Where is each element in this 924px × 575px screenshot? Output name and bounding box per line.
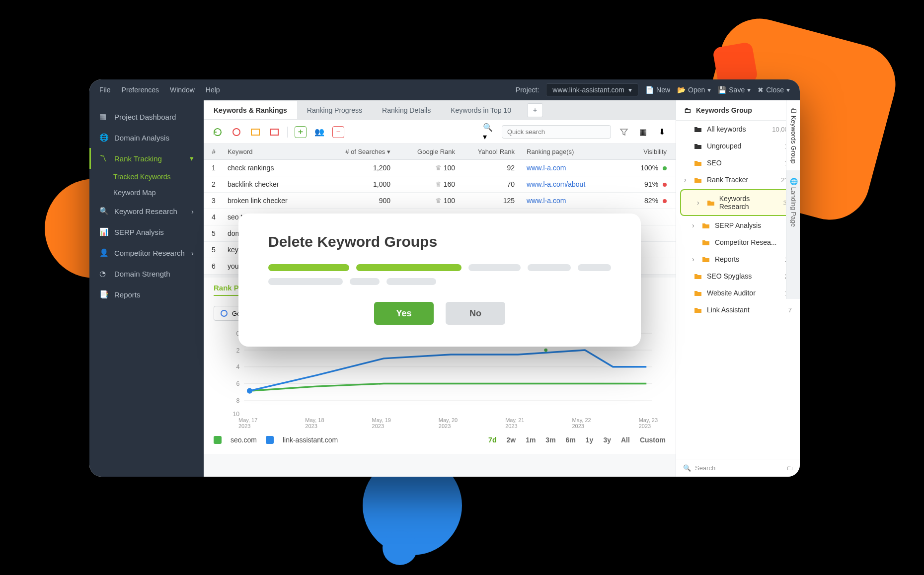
tab-ranking-details[interactable]: Ranking Details: [372, 101, 441, 119]
group-item[interactable]: SEO Spyglass22: [676, 268, 800, 285]
folder-icon: [702, 239, 710, 246]
download-icon[interactable]: ⬇: [656, 126, 668, 138]
grid-icon[interactable]: ▦: [637, 126, 649, 138]
tool-icon[interactable]: [268, 126, 280, 138]
sidebar-item-serp-analysis[interactable]: 📊SERP Analysis: [89, 221, 204, 242]
range-3m[interactable]: 3m: [545, 436, 555, 444]
sidebar-item-domain-analysis[interactable]: 🌐Domain Analysis: [89, 127, 204, 148]
open-button[interactable]: 📂Open ▾: [677, 86, 711, 94]
range-1y[interactable]: 1y: [586, 436, 594, 444]
group-item[interactable]: All keywords10,000: [676, 121, 800, 138]
svg-point-15: [247, 388, 252, 394]
tool-icon[interactable]: [249, 126, 261, 138]
user-tool-icon[interactable]: 👥: [313, 126, 325, 138]
col-ranking-pages[interactable]: Ranking page(s): [522, 148, 606, 155]
folder-add-icon[interactable]: 🗀: [786, 464, 793, 472]
folder-icon: [694, 273, 702, 280]
menu-help[interactable]: Help: [206, 86, 220, 94]
yes-button[interactable]: Yes: [374, 302, 434, 325]
search-dropdown-icon[interactable]: 🔍 ▾: [483, 126, 495, 138]
col-num[interactable]: #: [204, 148, 224, 155]
group-item[interactable]: ›SERP Analysis3: [676, 217, 800, 234]
add-button[interactable]: ＋: [295, 126, 307, 138]
placeholder-bar: [578, 264, 611, 271]
range-All[interactable]: All: [621, 436, 630, 444]
table-row[interactable]: 2backlink checker1,000♛ 16070www.l-a.com…: [204, 176, 676, 193]
chevron-right-icon: ›: [692, 221, 697, 229]
folder-icon: [694, 126, 702, 133]
tab-ranking-progress[interactable]: Ranking Progress: [297, 101, 372, 119]
keywords-group-panel: 🗀 Keywords Group » All keywords10,000Ung…: [676, 100, 800, 477]
legend-label: seo.com: [231, 436, 257, 444]
group-item[interactable]: Website Auditor11: [676, 285, 800, 301]
refresh-icon[interactable]: [212, 126, 224, 138]
save-button[interactable]: 💾Save ▾: [718, 86, 751, 94]
group-item[interactable]: Competitor Resea...7: [676, 234, 800, 251]
doc-icon: 📑: [99, 290, 108, 299]
new-button[interactable]: 📄New: [645, 86, 670, 94]
project-select[interactable]: www.link-assistant.com ▾: [546, 83, 638, 96]
panel-search[interactable]: 🔍 Search 🗀: [676, 459, 800, 477]
add-tab-button[interactable]: ＋: [527, 103, 543, 117]
vtab-landing-page[interactable]: 🌐 Landing Page: [786, 170, 800, 234]
chevron-right-icon: ›: [191, 249, 194, 257]
range-2w[interactable]: 2w: [506, 436, 516, 444]
sidebar-item-reports[interactable]: 📑Reports: [89, 284, 204, 305]
tab-keywords-rankings[interactable]: Keywords & Rankings: [204, 101, 297, 119]
folder-icon: 📂: [677, 86, 686, 94]
table-row[interactable]: 1check rankings1,200♛ 10092www.l-a.com10…: [204, 160, 676, 176]
col-google-rank[interactable]: Google Rank: [397, 148, 462, 155]
table-row[interactable]: 3broken link checker900♛ 100125www.l-a.c…: [204, 193, 676, 209]
legend-swatch: [214, 436, 222, 444]
group-item[interactable]: SEO16: [676, 154, 800, 171]
chevron-right-icon: ›: [692, 255, 697, 263]
group-item[interactable]: ›Reports16: [676, 251, 800, 268]
chart-x-labels: May, 17 2023 May, 18 2023 May, 19 2023 M…: [214, 417, 666, 429]
svg-rect-1: [251, 129, 259, 135]
chevron-right-icon: ›: [697, 199, 702, 207]
group-label: Website Auditor: [707, 289, 756, 297]
sidebar-item-domain-strength[interactable]: ◔Domain Strength: [89, 263, 204, 284]
menu-window[interactable]: Window: [170, 86, 195, 94]
sidebar-sub-tracked-keywords[interactable]: Tracked Keywords: [89, 169, 204, 185]
range-7d[interactable]: 7d: [488, 436, 496, 444]
group-item[interactable]: ›Rank Tracker215: [676, 171, 800, 188]
tool-icon[interactable]: [231, 126, 242, 138]
col-searches[interactable]: # of Searches ▾: [333, 148, 397, 155]
range-1m[interactable]: 1m: [526, 436, 536, 444]
menu-file[interactable]: File: [99, 86, 111, 94]
range-3y[interactable]: 3y: [603, 436, 611, 444]
placeholder-bar: [268, 278, 343, 285]
sidebar-sub-keyword-map[interactable]: Keyword Map: [89, 185, 204, 201]
range-6m[interactable]: 6m: [566, 436, 576, 444]
tab-top10[interactable]: Keywords in Top 10: [441, 101, 521, 119]
google-icon: [220, 309, 228, 317]
group-label: Competitor Resea...: [715, 238, 777, 246]
col-keyword[interactable]: Keyword: [224, 148, 333, 155]
group-count: 7: [788, 306, 792, 314]
range-Custom[interactable]: Custom: [640, 436, 666, 444]
project-value: www.link-assistant.com: [552, 86, 624, 94]
delete-icon[interactable]: －: [332, 126, 344, 138]
vtab-keywords-group[interactable]: 🗀 Keywords Group: [786, 100, 800, 170]
no-button[interactable]: No: [446, 302, 505, 325]
sidebar: ▦Project Dashboard 🌐Domain Analysis 〽Ran…: [89, 100, 204, 477]
col-visibility[interactable]: Visibility: [606, 148, 676, 155]
search-input[interactable]: [502, 125, 611, 139]
group-item[interactable]: ›Keywords Research3: [680, 189, 796, 216]
group-label: Link Assistant: [707, 306, 750, 314]
table-header: # Keyword # of Searches ▾ Google Rank Ya…: [204, 144, 676, 160]
group-item[interactable]: Link Assistant7: [676, 301, 800, 318]
svg-text:8: 8: [236, 397, 239, 404]
col-yahoo-rank[interactable]: Yahoo! Rank: [462, 148, 522, 155]
sidebar-item-rank-tracking[interactable]: 〽Rank Tracking▾: [89, 148, 204, 169]
sidebar-item-keyword-research[interactable]: 🔍Keyword Research›: [89, 201, 204, 221]
placeholder-bar: [268, 264, 349, 271]
group-item[interactable]: Ungrouped16: [676, 138, 800, 154]
close-button[interactable]: ✖Close ▾: [758, 86, 790, 94]
filter-icon[interactable]: [618, 126, 630, 138]
sidebar-item-competitor-research[interactable]: 👤Competitor Research›: [89, 242, 204, 263]
sidebar-item-dashboard[interactable]: ▦Project Dashboard: [89, 106, 204, 127]
grid-icon: ▦: [99, 112, 108, 121]
menu-preferences[interactable]: Preferences: [122, 86, 159, 94]
